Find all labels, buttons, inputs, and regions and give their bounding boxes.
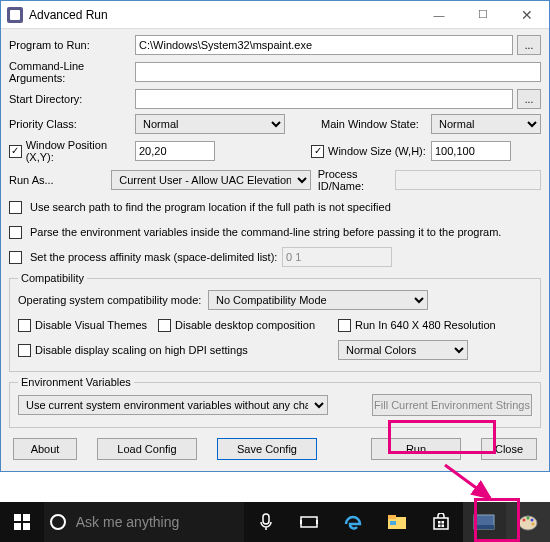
priority-label: Priority Class: xyxy=(9,118,135,130)
paint-taskbar-icon[interactable] xyxy=(506,502,550,542)
svg-rect-7 xyxy=(300,520,302,524)
about-button[interactable]: About xyxy=(13,438,77,460)
svg-line-0 xyxy=(445,465,490,498)
button-row: About Load Config Save Config Run Close xyxy=(9,432,541,460)
save-config-button[interactable]: Save Config xyxy=(217,438,317,460)
minimize-button[interactable]: — xyxy=(417,1,461,29)
taskbar[interactable]: Ask me anything xyxy=(0,502,550,542)
cortana-icon xyxy=(50,514,66,530)
svg-rect-3 xyxy=(14,523,21,530)
app-icon xyxy=(7,7,23,23)
run640-label: Run In 640 X 480 Resolution xyxy=(355,319,496,331)
maximize-button[interactable]: ☐ xyxy=(461,1,505,29)
svg-point-23 xyxy=(532,523,535,526)
run640-checkbox[interactable] xyxy=(338,319,351,332)
priority-select[interactable]: Normal xyxy=(135,114,285,134)
svg-point-21 xyxy=(527,517,530,520)
app-window: Advanced Run — ☐ ✕ Program to Run: ... C… xyxy=(0,0,550,472)
disdpi-checkbox[interactable] xyxy=(18,344,31,357)
compatmode-select[interactable]: No Compatibility Mode xyxy=(208,290,428,310)
svg-rect-11 xyxy=(390,521,396,525)
window-buttons: — ☐ ✕ xyxy=(417,1,549,29)
usesearch-checkbox[interactable] xyxy=(9,201,22,214)
winpos-input[interactable] xyxy=(135,141,215,161)
app-taskbar-icon[interactable] xyxy=(463,502,507,542)
affinity-input[interactable] xyxy=(282,247,392,267)
procid-input[interactable] xyxy=(395,170,541,190)
compat-fieldset: Compatibility Operating system compatibi… xyxy=(9,272,541,372)
mainwin-select[interactable]: Normal xyxy=(431,114,541,134)
disdesktop-label: Disable desktop composition xyxy=(175,319,315,331)
arrow-annotation xyxy=(440,460,500,500)
start-button[interactable] xyxy=(0,502,44,542)
mic-icon[interactable] xyxy=(244,502,288,542)
procid-label: Process ID/Name: xyxy=(318,168,390,192)
svg-rect-18 xyxy=(474,525,494,529)
svg-rect-12 xyxy=(434,518,448,529)
svg-rect-14 xyxy=(441,521,444,524)
svg-rect-4 xyxy=(23,523,30,530)
winsize-checkbox[interactable] xyxy=(311,145,324,158)
explorer-icon[interactable] xyxy=(375,502,419,542)
compat-legend: Compatibility xyxy=(18,272,87,284)
parseenv-checkbox[interactable] xyxy=(9,226,22,239)
cortana-search[interactable]: Ask me anything xyxy=(44,502,244,542)
usesearch-label: Use search path to find the program loca… xyxy=(30,201,391,213)
winsize-input[interactable] xyxy=(431,141,511,161)
svg-rect-13 xyxy=(438,521,441,524)
args-input[interactable] xyxy=(135,62,541,82)
program-browse-button[interactable]: ... xyxy=(517,35,541,55)
env-legend: Environment Variables xyxy=(18,376,134,388)
svg-rect-8 xyxy=(316,520,318,524)
svg-rect-10 xyxy=(388,515,396,519)
mainwin-label: Main Window State: xyxy=(321,118,431,130)
startdir-label: Start Directory: xyxy=(9,93,135,105)
edge-icon[interactable] xyxy=(331,502,375,542)
affinity-label: Set the process affinity mask (space-del… xyxy=(30,251,278,263)
close-button[interactable]: ✕ xyxy=(505,1,549,29)
envvars-select[interactable]: Use current system environment variables… xyxy=(18,395,328,415)
disvisual-label: Disable Visual Themes xyxy=(35,319,147,331)
disdpi-label: Disable display scaling on high DPI sett… xyxy=(35,344,248,356)
load-config-button[interactable]: Load Config xyxy=(97,438,197,460)
svg-point-20 xyxy=(523,519,526,522)
content-area: Program to Run: ... Command-Line Argumen… xyxy=(1,29,549,464)
cortana-placeholder: Ask me anything xyxy=(76,514,180,530)
svg-rect-2 xyxy=(23,514,30,521)
env-fieldset: Environment Variables Use current system… xyxy=(9,376,541,428)
program-label: Program to Run: xyxy=(9,39,135,51)
winpos-label: Window Position (X,Y): xyxy=(26,139,135,163)
window-title: Advanced Run xyxy=(29,8,417,22)
close-dialog-button[interactable]: Close xyxy=(481,438,537,460)
colors-select[interactable]: Normal Colors xyxy=(338,340,468,360)
fillenv-button[interactable]: Fill Current Environment Strings xyxy=(372,394,532,416)
titlebar[interactable]: Advanced Run — ☐ ✕ xyxy=(1,1,549,29)
store-icon[interactable] xyxy=(419,502,463,542)
disvisual-checkbox[interactable] xyxy=(18,319,31,332)
compatmode-label: Operating system compatibility mode: xyxy=(18,294,208,306)
disdesktop-checkbox[interactable] xyxy=(158,319,171,332)
runas-label: Run As... xyxy=(9,174,111,186)
runas-select[interactable]: Current User - Allow UAC Elevation xyxy=(111,170,311,190)
taskview-icon[interactable] xyxy=(288,502,332,542)
parseenv-label: Parse the environment variables inside t… xyxy=(30,226,501,238)
winsize-label: Window Size (W,H): xyxy=(328,145,426,157)
args-label: Command-Line Arguments: xyxy=(9,60,135,84)
program-input[interactable] xyxy=(135,35,513,55)
svg-rect-6 xyxy=(301,517,317,527)
startdir-input[interactable] xyxy=(135,89,513,109)
affinity-checkbox[interactable] xyxy=(9,251,22,264)
svg-rect-15 xyxy=(438,525,441,528)
startdir-browse-button[interactable]: ... xyxy=(517,89,541,109)
svg-point-22 xyxy=(531,519,534,522)
svg-rect-16 xyxy=(441,525,444,528)
svg-rect-1 xyxy=(14,514,21,521)
run-button[interactable]: Run xyxy=(371,438,461,460)
winpos-checkbox[interactable] xyxy=(9,145,22,158)
svg-rect-5 xyxy=(263,514,269,524)
